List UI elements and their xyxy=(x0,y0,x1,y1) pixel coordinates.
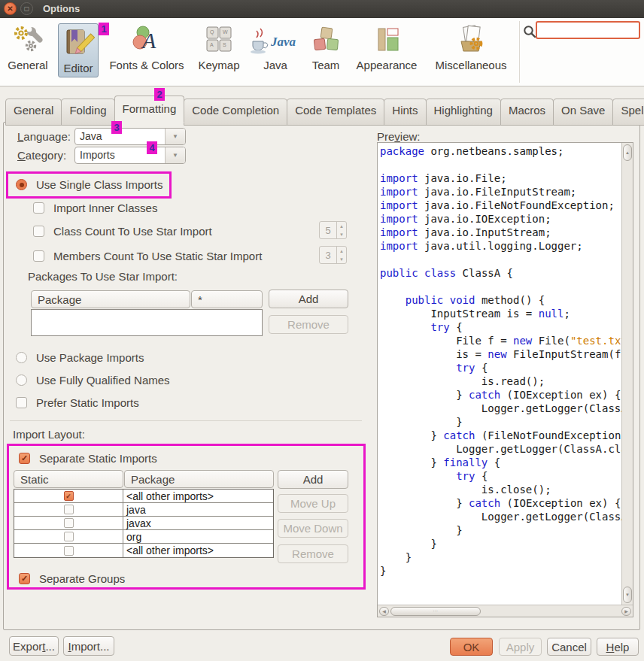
star-packages-list[interactable] xyxy=(31,309,263,336)
radio[interactable] xyxy=(16,352,27,363)
toolbar-item-appearance[interactable]: Appearance xyxy=(349,23,424,71)
toolbar-item-keymap[interactable]: QWAS Keymap xyxy=(190,23,248,71)
separate-static-imports-option[interactable]: Separate Static Imports xyxy=(19,452,157,465)
layout-add-button[interactable]: Add xyxy=(278,470,348,489)
tab-hints[interactable]: Hints xyxy=(384,99,426,126)
separate-groups-option[interactable]: Separate Groups xyxy=(19,572,125,585)
tab-code-completion[interactable]: Code Completion xyxy=(184,99,287,126)
keymap-icon: QWAS xyxy=(190,23,248,57)
spinner-down-icon[interactable] xyxy=(337,255,346,263)
scroll-up-icon[interactable]: ▲ xyxy=(623,144,632,161)
import-layout-label: Import Layout: xyxy=(13,428,85,441)
static-checkbox[interactable] xyxy=(64,505,74,514)
move-down-button[interactable]: Move Down xyxy=(278,519,348,538)
toolbar-separator xyxy=(519,21,520,83)
import-layout-row[interactable]: <all other imports> xyxy=(14,490,273,503)
ok-button[interactable]: OK xyxy=(450,638,493,656)
static-checkbox[interactable] xyxy=(64,532,74,541)
toolbar-item-editor[interactable]: Editor xyxy=(58,23,99,77)
vertical-scrollbar[interactable]: ▲ ▼ xyxy=(621,143,633,605)
tab-macros[interactable]: Macros xyxy=(500,99,554,126)
tab-general[interactable]: General xyxy=(5,99,62,126)
window-close-button[interactable]: ✕ xyxy=(4,2,17,15)
option-label: Separate Groups xyxy=(39,572,125,585)
checkbox-checked[interactable] xyxy=(19,453,30,464)
package-cell[interactable]: org xyxy=(123,530,273,543)
radio[interactable] xyxy=(16,374,27,386)
apply-button[interactable]: Apply xyxy=(499,638,542,656)
help-button[interactable]: Help xyxy=(597,638,639,656)
add-package-button[interactable]: Add xyxy=(269,290,348,308)
tab-code-templates[interactable]: Code Templates xyxy=(287,99,384,126)
horizontal-scrollbar[interactable]: ◀ ⋯ ▶ xyxy=(378,605,633,617)
toolbar-item-team[interactable]: Team xyxy=(304,23,348,71)
star-table-header-package[interactable]: Package xyxy=(31,290,190,308)
window-restore-button[interactable]: ▢ xyxy=(20,2,33,15)
toolbar-item-fonts-colors[interactable]: A Fonts & Colors xyxy=(107,23,187,71)
tab-on-save[interactable]: On Save xyxy=(553,99,613,126)
checkbox[interactable] xyxy=(16,397,27,408)
static-checkbox[interactable] xyxy=(64,546,74,556)
import-layout-row[interactable]: <all other imports> xyxy=(14,544,273,557)
checkbox[interactable] xyxy=(33,250,44,262)
package-cell[interactable]: <all other imports> xyxy=(123,544,273,557)
toolbar-item-label: Keymap xyxy=(190,59,248,71)
import-inner-classes-option[interactable]: Import Inner Classes xyxy=(33,202,157,214)
tab-highlighting[interactable]: Highlighting xyxy=(426,99,501,126)
move-up-button[interactable]: Move Up xyxy=(278,494,348,513)
category-dropdown[interactable]: Imports xyxy=(74,147,186,164)
scroll-down-icon[interactable]: ▼ xyxy=(623,587,632,603)
spinner-up-icon[interactable] xyxy=(337,222,346,230)
search-input[interactable] xyxy=(536,21,640,39)
language-value: Java xyxy=(75,129,165,144)
package-cell[interactable]: java xyxy=(123,503,273,516)
language-dropdown[interactable]: Java xyxy=(74,128,186,145)
layout-table-header-static[interactable]: Static xyxy=(14,470,123,488)
checkbox[interactable] xyxy=(33,202,44,214)
toolbar-item-label: Editor xyxy=(59,62,98,74)
preview-pane: package org.netbeans.samples;import java… xyxy=(377,142,633,617)
star-table-header-star[interactable]: * xyxy=(191,290,263,308)
remove-package-button[interactable]: Remove xyxy=(269,315,348,334)
use-package-imports-option[interactable]: Use Package Imports xyxy=(16,351,144,364)
static-checkbox-checked[interactable] xyxy=(64,491,74,501)
scrollbar-thumb[interactable]: ⋯ xyxy=(390,607,481,616)
scroll-right-icon[interactable]: ▶ xyxy=(621,607,631,616)
static-checkbox[interactable] xyxy=(64,518,74,528)
team-icon xyxy=(304,23,348,57)
use-single-class-imports-option[interactable]: Use Single Class Imports xyxy=(16,178,163,191)
members-count-spinner[interactable]: 3 xyxy=(319,246,347,264)
tab-folding[interactable]: Folding xyxy=(61,99,114,126)
scroll-left-icon[interactable]: ◀ xyxy=(379,607,389,616)
import-layout-row[interactable]: org xyxy=(14,530,273,544)
class-count-spinner[interactable]: 5 xyxy=(319,221,347,239)
toolbar-item-general[interactable]: General xyxy=(6,23,50,71)
cancel-button[interactable]: Cancel xyxy=(547,638,591,656)
svg-text:A: A xyxy=(141,28,156,53)
import-button[interactable]: Import... xyxy=(63,636,114,656)
checkbox[interactable] xyxy=(33,226,44,237)
layout-remove-button[interactable]: Remove xyxy=(278,544,348,563)
option-label: Use Fully Qualified Names xyxy=(36,374,170,387)
class-count-option[interactable]: Class Count To Use Star Import xyxy=(33,225,212,238)
members-count-option[interactable]: Members Count To Use Static Star Import xyxy=(33,250,262,262)
option-label: Import Inner Classes xyxy=(53,202,157,214)
appearance-icon xyxy=(349,23,424,57)
import-layout-row[interactable]: java xyxy=(14,503,273,517)
export-button[interactable]: Export... xyxy=(9,636,59,656)
toolbar-item-miscellaneous[interactable]: Miscellaneous xyxy=(424,23,518,71)
prefer-static-imports-option[interactable]: Prefer Static Imports xyxy=(16,396,139,409)
package-cell[interactable]: javax xyxy=(123,517,273,529)
package-cell[interactable]: <all other imports> xyxy=(123,490,273,502)
radio-selected[interactable] xyxy=(16,179,27,190)
checkbox-checked[interactable] xyxy=(19,573,30,584)
tab-formatting[interactable]: Formatting xyxy=(114,96,185,123)
toolbar-item-label: Miscellaneous xyxy=(424,59,518,71)
tab-spellchecker[interactable]: Spellchecker xyxy=(612,99,644,126)
import-layout-row[interactable]: javax xyxy=(14,517,273,530)
toolbar-item-java[interactable]: Java Java xyxy=(245,23,305,71)
use-fully-qualified-option[interactable]: Use Fully Qualified Names xyxy=(16,374,170,387)
spinner-up-icon[interactable] xyxy=(337,247,346,255)
spinner-down-icon[interactable] xyxy=(337,230,346,238)
layout-table-header-package[interactable]: Package xyxy=(124,470,274,488)
